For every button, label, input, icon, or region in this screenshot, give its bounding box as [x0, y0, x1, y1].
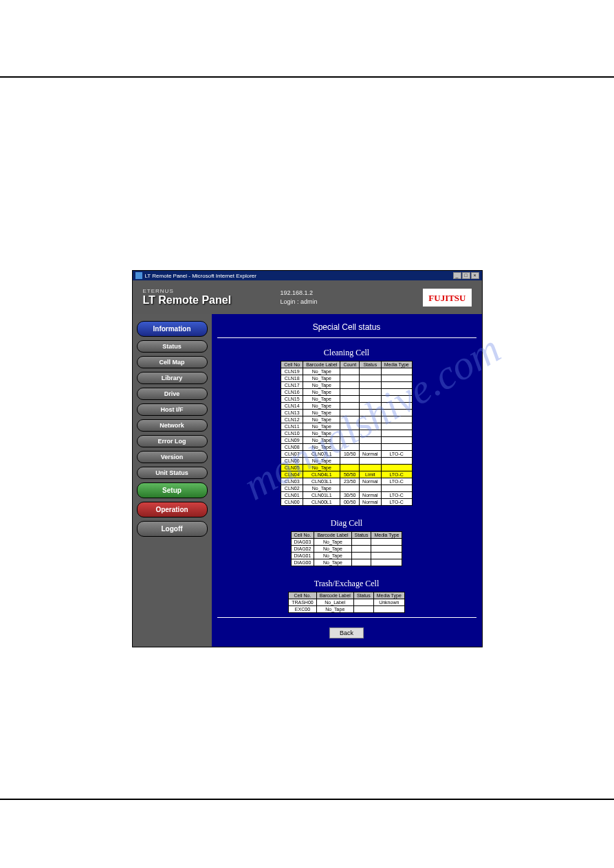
nav-host-i-f[interactable]: Host I/F: [137, 403, 208, 416]
content-area: Special Cell status Cleaning Cell Cell N…: [212, 314, 482, 647]
cell: CLN08: [281, 444, 303, 451]
cell: [371, 539, 402, 546]
cell: [371, 546, 402, 553]
cell: [381, 430, 412, 437]
cell: [360, 375, 382, 382]
cell: [360, 458, 382, 465]
trash-title: Trash/Exchage Cell: [217, 579, 476, 589]
nav-logoff[interactable]: Logoff: [137, 521, 208, 537]
col-header: Barcode Label: [314, 532, 351, 539]
nav-status[interactable]: Status: [137, 340, 208, 353]
cell: DIAG02: [291, 546, 314, 553]
browser-window: LT Remote Panel - Microsoft Internet Exp…: [132, 270, 483, 647]
table-row: CLN10No_Tape: [281, 430, 412, 437]
cell: CLN06: [281, 458, 303, 465]
cell: [381, 403, 412, 410]
col-header: Cell No.: [289, 592, 317, 599]
cell: [360, 382, 382, 389]
cell: LTO-C: [381, 499, 412, 506]
cleaning-title: Cleaning Cell: [217, 348, 476, 358]
cell: [340, 382, 360, 389]
cell: CLN07: [281, 451, 303, 458]
minimize-button[interactable]: _: [453, 272, 461, 279]
cell: No_Tape: [314, 559, 351, 566]
ie-icon: [135, 272, 142, 279]
cell: 00/50: [340, 499, 360, 506]
cell: [340, 416, 360, 423]
cell: [381, 389, 412, 396]
titlebar-text: LT Remote Panel - Microsoft Internet Exp…: [145, 273, 453, 279]
nav-error-log[interactable]: Error Log: [137, 435, 208, 447]
diag-title: Diag Cell: [217, 518, 476, 528]
nav-version[interactable]: Version: [137, 451, 208, 463]
cell: CLN16: [281, 389, 303, 396]
nav-library[interactable]: Library: [137, 372, 208, 384]
cell: No_Tape: [303, 410, 340, 416]
nav-drive[interactable]: Drive: [137, 388, 208, 400]
cell: [381, 368, 412, 375]
cell: [360, 423, 382, 430]
cell: LTO-C: [381, 451, 412, 458]
cell: [360, 403, 382, 410]
col-header: Barcode Label: [303, 361, 340, 368]
cell: [360, 485, 382, 492]
divider: [217, 337, 476, 338]
page-title: Special Cell status: [217, 322, 476, 332]
cell: CLN01: [281, 492, 303, 499]
cell: Normal: [360, 499, 382, 506]
cell: 23/50: [340, 478, 360, 485]
table-row: CLN05No_Tape: [281, 465, 412, 471]
nav-unit-status[interactable]: Unit Status: [137, 467, 208, 479]
cell: No_Tape: [303, 458, 340, 465]
table-row: CLN13No_Tape: [281, 410, 412, 416]
brand-title: LT Remote Panel: [143, 294, 281, 307]
cell: [381, 465, 412, 471]
nav-operation[interactable]: Operation: [137, 502, 208, 518]
nav-information[interactable]: Information: [137, 321, 208, 337]
cell: CLN09: [281, 437, 303, 444]
cell: [381, 423, 412, 430]
cell: [340, 430, 360, 437]
cleaning-table: Cell NoBarcode LabelCountStatusMedia Typ…: [281, 361, 412, 506]
table-row: CLN11No_Tape: [281, 423, 412, 430]
close-button[interactable]: ×: [471, 272, 479, 279]
cell: No_Tape: [303, 465, 340, 471]
cell: [351, 559, 371, 566]
table-row: CLN03CLN03L123/50NormalLTO-C: [281, 478, 412, 485]
cell: [360, 444, 382, 451]
table-row: CLN00CLN00L100/50NormalLTO-C: [281, 499, 412, 506]
table-row: CLN15No_Tape: [281, 396, 412, 403]
cell: [381, 444, 412, 451]
col-header: Cell No: [281, 361, 303, 368]
cell: [340, 403, 360, 410]
cell: No_Tape: [303, 423, 340, 430]
cell: CLN05: [281, 465, 303, 471]
cell: CLN04L1: [303, 471, 340, 478]
cell: Limit: [360, 471, 382, 478]
cell: [351, 546, 371, 553]
cell: Normal: [360, 478, 382, 485]
nav-network[interactable]: Network: [137, 419, 208, 432]
cell: [340, 485, 360, 492]
nav-setup[interactable]: Setup: [137, 482, 208, 498]
cell: No_Tape: [303, 430, 340, 437]
cell: CLN19: [281, 368, 303, 375]
cell: LTO-C: [381, 492, 412, 499]
table-row: CLN06No_Tape: [281, 458, 412, 465]
cell: [381, 410, 412, 416]
back-button[interactable]: Back: [329, 627, 364, 638]
trash-table: Cell No.Barcode LabelStatusMedia TypeTRA…: [288, 592, 405, 613]
table-row: CLN02No_Tape: [281, 485, 412, 492]
cell: [360, 389, 382, 396]
cell: CLN03L1: [303, 478, 340, 485]
col-header: Barcode Label: [316, 592, 353, 599]
col-header: Media Type: [373, 592, 404, 599]
table-row: CLN18No_Tape: [281, 375, 412, 382]
nav-cell-map[interactable]: Cell Map: [137, 356, 208, 368]
app-header: ETERNUS LT Remote Panel 192.168.1.2 Logi…: [133, 280, 482, 314]
cell: No_Tape: [303, 368, 340, 375]
col-header: Media Type: [381, 361, 412, 368]
cell: LTO-C: [381, 471, 412, 478]
table-row: DIAG03No_Tape: [291, 539, 402, 546]
maximize-button[interactable]: □: [462, 272, 470, 279]
